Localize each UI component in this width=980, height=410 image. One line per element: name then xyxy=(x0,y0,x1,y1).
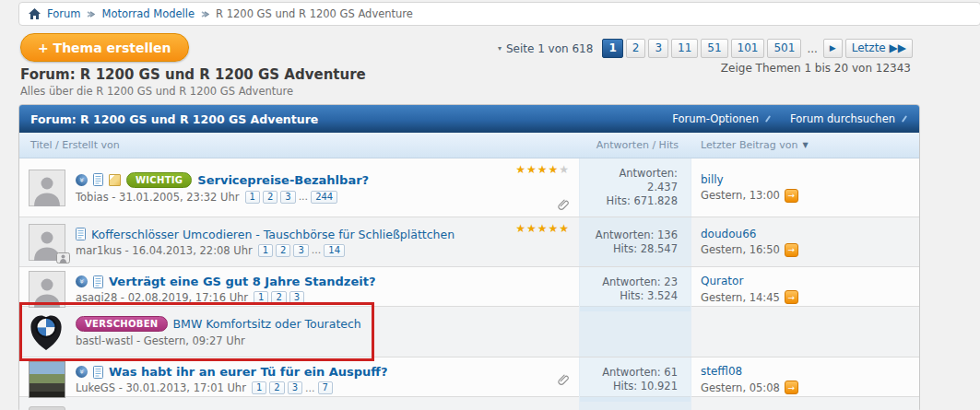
replies-hits-cell: Antworten: 3 xyxy=(579,397,691,410)
page-status-text: Seite 1 von 618 xyxy=(506,42,593,55)
thread-row: » WICHTIG Servicepreise-Bezahlbar? Tobia… xyxy=(19,158,919,217)
mini-page-button-1[interactable]: 1 xyxy=(258,244,273,257)
dropdown-caret-icon: ▾ xyxy=(498,44,502,53)
last-page-button[interactable]: Letzte ▶▶ xyxy=(845,39,913,58)
pagination: ▾ Seite 1 von 618 1231151101501 ... ▶ Le… xyxy=(498,39,913,58)
replies-hits-cell xyxy=(579,307,691,357)
thread-byline: Tobias - 31.01.2005, 23:32 Uhr xyxy=(76,191,240,204)
go-to-first-unread-icon[interactable]: » xyxy=(76,366,88,378)
breadcrumb-item[interactable]: Motorrad Modelle xyxy=(101,7,195,20)
page-button-1[interactable]: 1 xyxy=(602,39,622,58)
last-post-user-link[interactable]: billy xyxy=(701,173,910,186)
thread-row: » HEALTECH Quickshifter iQSE-1 + QSE-F2D xyxy=(19,397,919,410)
last-post-user-link[interactable]: doudou66 xyxy=(701,228,910,240)
thread-mini-pagination: 123...7 xyxy=(252,381,333,394)
thread-title-link[interactable]: Was habt ihr an eurer Tü für ein Auspuff… xyxy=(109,365,387,379)
last-post-cell: steffl08 Gestern, 05:08 → xyxy=(691,357,919,402)
page-select-dropdown[interactable]: ▾ Seite 1 von 618 xyxy=(498,42,593,55)
mini-page-ellipsis: ... xyxy=(305,382,315,394)
mini-avatar-badge-icon xyxy=(56,252,70,264)
mini-page-ellipsis: ... xyxy=(312,244,322,256)
avatar[interactable] xyxy=(29,406,65,410)
forum-options-link[interactable]: Forum-Optionen xyxy=(672,112,772,125)
forum-options-label: Forum-Optionen xyxy=(672,112,759,125)
avatar[interactable] xyxy=(29,271,65,308)
page-button-51[interactable]: 51 xyxy=(701,39,727,58)
thread-document-icon xyxy=(93,173,103,186)
replies-hits-cell: Antworten:2.437Hits: 671.828 xyxy=(579,158,691,217)
mini-page-button-7[interactable]: 7 xyxy=(318,381,333,394)
last-post-user-link[interactable]: Qurator xyxy=(701,275,910,287)
forum-search-link[interactable]: Forum durchsuchen xyxy=(790,112,908,125)
mini-page-button-1[interactable]: 1 xyxy=(254,291,268,304)
mini-page-button-3[interactable]: 3 xyxy=(280,191,295,204)
go-to-last-post-icon[interactable]: → xyxy=(785,290,798,304)
replies-hits-cell: Antworten: 23Hits: 3.524 xyxy=(579,267,691,311)
thread-row: » VERSCHOBEN BMW Komfortsitz oder Tourat… xyxy=(19,307,919,357)
page-button-501[interactable]: 501 xyxy=(767,39,801,58)
page-button-101[interactable]: 101 xyxy=(731,39,765,58)
thread-title-link[interactable]: Servicepreise-Bezahlbar? xyxy=(197,173,369,187)
create-thread-button[interactable]: + Thema erstellen xyxy=(20,33,189,62)
next-page-button[interactable]: ▶ xyxy=(823,39,843,58)
col-title-label[interactable]: Titel / Erstellt von xyxy=(19,139,579,151)
last-post-user-link[interactable]: steffl08 xyxy=(701,365,910,378)
col-replies-label[interactable]: Antworten / Hits xyxy=(596,139,691,151)
mini-page-button-1[interactable]: 1 xyxy=(252,381,266,394)
replies-hits-cell: Antworten: 61Hits: 10.921 xyxy=(579,357,691,402)
mini-page-button-2[interactable]: 2 xyxy=(263,191,277,204)
thread-byline: bastl-wastl - Gestern, 09:27 Uhr xyxy=(76,334,245,347)
forum-page: ForumMotorrad ModelleR 1200 GS und R 120… xyxy=(0,0,980,410)
slash-icon xyxy=(765,115,771,123)
forum-search-label: Forum durchsuchen xyxy=(790,112,895,125)
mini-page-button-2[interactable]: 2 xyxy=(269,381,284,394)
go-to-first-unread-icon[interactable]: » xyxy=(76,275,88,287)
mini-page-button-3[interactable]: 3 xyxy=(293,244,308,257)
last-post-cell: billy Gestern, 13:00 → xyxy=(691,158,919,217)
last-post-time: Gestern, 13:00 xyxy=(701,189,780,202)
mini-page-button-3[interactable]: 3 xyxy=(288,381,302,394)
replies-hits-line: Antworten: 23 xyxy=(602,275,678,289)
avatar[interactable] xyxy=(29,224,65,261)
mini-page-button-1[interactable]: 1 xyxy=(245,191,260,204)
panel-titlebar: Forum: R 1200 GS und R 1200 GS Adventure… xyxy=(19,105,919,133)
mini-page-button-3[interactable]: 3 xyxy=(289,291,304,304)
last-post-cell: doudou66 Gestern, 16:50 → xyxy=(691,217,919,266)
mini-page-button-244[interactable]: 244 xyxy=(311,191,337,204)
thread-title-link[interactable]: Kofferschlösser Umcodieren - Tauschbörse… xyxy=(91,228,455,241)
page-button-3[interactable]: 3 xyxy=(648,39,668,58)
page-button-11[interactable]: 11 xyxy=(671,39,698,58)
mini-page-button-14[interactable]: 14 xyxy=(324,244,345,257)
thread-byline: LukeGS - 30.01.2013, 17:01 Uhr xyxy=(76,381,246,394)
note-icon xyxy=(109,174,121,186)
avatar[interactable] xyxy=(29,313,65,350)
thread-document-icon xyxy=(93,366,103,379)
thread-row: » Was habt ihr an eurer Tü für ein Auspu… xyxy=(19,357,919,397)
avatar[interactable] xyxy=(29,170,65,206)
thread-title-link[interactable]: Verträgt eine GS gut 8 Jahre Standzeit? xyxy=(109,275,375,288)
last-post-time: Gestern, 14:45 xyxy=(701,291,780,304)
thread-mini-pagination: 123...244 xyxy=(245,191,338,204)
sort-arrow-icon: ▼ xyxy=(803,141,809,149)
home-icon[interactable] xyxy=(29,8,41,19)
page-button-2[interactable]: 2 xyxy=(626,39,646,58)
mini-page-ellipsis: ... xyxy=(299,191,309,203)
go-to-last-post-icon[interactable]: → xyxy=(785,381,798,394)
paperclip-icon[interactable] xyxy=(558,374,570,386)
replies-hits-line: Hits: 671.828 xyxy=(607,194,678,208)
mini-page-button-2[interactable]: 2 xyxy=(276,244,290,257)
mini-page-button-2[interactable]: 2 xyxy=(271,291,286,304)
go-to-last-post-icon[interactable]: → xyxy=(785,189,798,203)
breadcrumb-item[interactable]: Forum xyxy=(47,7,80,20)
paperclip-icon[interactable] xyxy=(558,199,570,211)
go-to-first-unread-icon[interactable]: » xyxy=(76,174,88,186)
go-to-last-post-icon[interactable]: → xyxy=(785,243,798,257)
breadcrumb-items: ForumMotorrad ModelleR 1200 GS und R 120… xyxy=(47,7,413,20)
col-lastpost-label[interactable]: Letzter Beitrag von ▼ xyxy=(691,139,919,151)
thread-title-link[interactable]: BMW Komfortsitz oder Touratech xyxy=(173,317,361,331)
thread-badge: VERSCHOBEN xyxy=(76,316,168,332)
breadcrumb-item: R 1200 GS und R 1200 GS Adventure xyxy=(216,7,413,20)
avatar[interactable] xyxy=(29,361,65,398)
last-post-time: Gestern, 16:50 xyxy=(701,243,780,256)
thread-document-icon xyxy=(93,275,103,288)
